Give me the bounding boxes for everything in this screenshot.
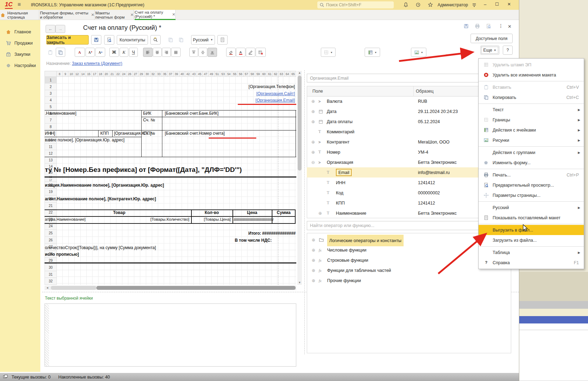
- back-button[interactable]: ←: [46, 25, 55, 33]
- column-header[interactable]: 53: [220, 71, 226, 77]
- field-label[interactable]: Код: [336, 188, 343, 198]
- column-header[interactable]: 12: [74, 71, 80, 77]
- cell-account-label-1[interactable]: Сч. №: [143, 118, 155, 122]
- menu-item-16[interactable]: Параметры страницы...: [479, 190, 584, 200]
- tab-close-icon[interactable]: ✕: [172, 12, 175, 17]
- expand-plus-icon[interactable]: ⊕: [312, 275, 315, 286]
- language-dropdown[interactable]: Русский▼: [191, 35, 215, 45]
- current-user-label[interactable]: Администратор: [438, 2, 468, 7]
- collapse-minus-icon[interactable]: ⊖: [311, 157, 315, 167]
- row-header[interactable]: 21: [45, 202, 57, 209]
- row-header[interactable]: 1: [45, 77, 57, 83]
- scroll-thumb[interactable]: [298, 76, 302, 171]
- doc-kebab-menu-icon[interactable]: ⋮: [499, 23, 503, 28]
- column-header[interactable]: 26: [127, 71, 133, 77]
- column-header[interactable]: 10: [68, 71, 74, 77]
- save-and-close-button[interactable]: Записать и закрыть: [46, 35, 89, 45]
- valign-bottom-button[interactable]: [208, 48, 217, 57]
- row-header[interactable]: 2: [45, 83, 57, 90]
- column-header[interactable]: 21: [109, 71, 115, 77]
- row-header[interactable]: 25: [45, 230, 57, 237]
- cell-header-summa[interactable]: Сумма: [272, 210, 296, 215]
- row-header[interactable]: 12: [45, 150, 57, 157]
- operator-group-label[interactable]: Прочие функции: [327, 275, 361, 286]
- favorites-star-icon[interactable]: [428, 2, 433, 7]
- column-header[interactable]: 58: [250, 71, 256, 77]
- field-label[interactable]: КПП: [336, 198, 345, 208]
- expand-plus-icon[interactable]: ⊕: [312, 245, 315, 255]
- preview-button[interactable]: [104, 35, 114, 45]
- menu-item-21[interactable]: Выгрузить в файл...: [479, 225, 584, 235]
- global-search-input[interactable]: Поиск Ctrl+Shift+F: [317, 1, 394, 8]
- expand-plus-icon[interactable]: ⊕: [312, 265, 315, 275]
- more-button[interactable]: Еще▼: [480, 46, 499, 55]
- selected-cell-textarea[interactable]: [45, 303, 296, 367]
- column-header[interactable]: 8: [57, 71, 63, 77]
- column-header[interactable]: 20: [103, 71, 109, 77]
- align-left-button[interactable]: [143, 48, 153, 57]
- paste-button[interactable]: [46, 48, 55, 57]
- cell-org-email[interactable]: [Организация.Email]: [256, 98, 295, 103]
- column-header[interactable]: 17: [92, 71, 98, 77]
- operator-group-label[interactable]: Числовые функции: [327, 245, 366, 255]
- row-header[interactable]: 17: [45, 179, 57, 182]
- cell-row-count[interactable]: оличествоСтрок([Товары])], на сумму [Сум…: [45, 245, 156, 250]
- field-label[interactable]: Наименование: [336, 208, 366, 218]
- doc-save-icon[interactable]: [464, 24, 469, 29]
- field-label[interactable]: Комментарий: [327, 127, 354, 137]
- cell-org-line[interactable]: изация.Наименование полное], [Организаци…: [45, 183, 164, 188]
- expand-plus-icon[interactable]: ⊕: [311, 96, 315, 106]
- row-header[interactable]: 22: [45, 209, 57, 216]
- field-label[interactable]: Дата: [327, 106, 337, 116]
- expand-plus-icon[interactable]: ⊕: [312, 235, 315, 245]
- field-label[interactable]: Дата оплаты: [327, 116, 353, 127]
- field-label[interactable]: Организация: [327, 157, 353, 167]
- row-header[interactable]: 24: [45, 223, 57, 230]
- tab-close-icon[interactable]: ✕: [130, 13, 134, 17]
- cell-bank-name[interactable]: .Наименование]: [45, 111, 76, 116]
- column-header[interactable]: 47: [203, 71, 209, 77]
- tab-home[interactable]: Начальная страница: [0, 10, 39, 20]
- scroll-up-arrow[interactable]: ▲: [297, 71, 302, 75]
- sheet-column-headers[interactable]: 8910121415171820212224262729303233353739…: [57, 71, 296, 77]
- column-header[interactable]: 29: [138, 71, 144, 77]
- font-button[interactable]: А: [75, 48, 85, 57]
- column-header[interactable]: 27: [133, 71, 139, 77]
- purpose-link[interactable]: Заказ клиента (Документ): [72, 61, 122, 66]
- cell-inn[interactable]: ИНН]: [45, 131, 55, 136]
- row-header[interactable]: 31: [45, 271, 57, 278]
- column-header[interactable]: 54: [226, 71, 232, 77]
- field-label[interactable]: Контрагент: [327, 137, 350, 147]
- column-header[interactable]: 56: [238, 71, 244, 77]
- sidebar-item-settings[interactable]: Настройки: [0, 61, 40, 71]
- insert-picture-dropdown[interactable]: ▼: [411, 48, 426, 57]
- doc-print-icon[interactable]: [475, 24, 480, 29]
- row-header[interactable]: 11: [45, 143, 57, 150]
- row-header[interactable]: 26: [45, 237, 57, 244]
- align-justify-button[interactable]: [171, 48, 181, 57]
- scroll-left-arrow[interactable]: ◄: [46, 286, 49, 289]
- sheet-horizontal-scrollbar[interactable]: ◄: [45, 286, 296, 290]
- menu-item-18[interactable]: Русский▶: [479, 202, 584, 213]
- operator-group-label[interactable]: Функции для табличных частей: [327, 265, 391, 275]
- expand-plus-icon[interactable]: ⊕: [311, 137, 315, 147]
- column-header[interactable]: 24: [121, 71, 127, 77]
- sidebar-item-sales[interactable]: Продажи: [0, 38, 40, 48]
- row-header[interactable]: 5: [45, 103, 57, 110]
- row-header[interactable]: 7: [45, 117, 57, 123]
- scroll-down-arrow[interactable]: ▼: [297, 281, 302, 285]
- field-label[interactable]: Номер: [327, 147, 340, 157]
- tab-2[interactable]: Макеты печатных форм✕: [95, 10, 134, 20]
- column-header[interactable]: 33: [156, 71, 162, 77]
- operator-group-label[interactable]: Строковые функции: [327, 255, 368, 265]
- expand-plus-icon[interactable]: ⊕: [311, 116, 315, 127]
- sheet-vertical-scrollbar[interactable]: ▲ ▼: [297, 71, 302, 285]
- scroll-track-left[interactable]: [51, 286, 96, 290]
- cell-invoice-title[interactable]: ту № [Номер.Без префикса] от [Формат([Да…: [45, 166, 296, 174]
- column-header[interactable]: 35: [162, 71, 168, 77]
- text-color-button[interactable]: A: [236, 48, 245, 57]
- forward-button[interactable]: →: [55, 25, 65, 33]
- sidebar-item-home[interactable]: Главное: [0, 27, 40, 37]
- font-increase-button[interactable]: А: [86, 48, 95, 57]
- cell-account-value[interactable]: [Банковский счет.Номер счета]: [165, 131, 225, 136]
